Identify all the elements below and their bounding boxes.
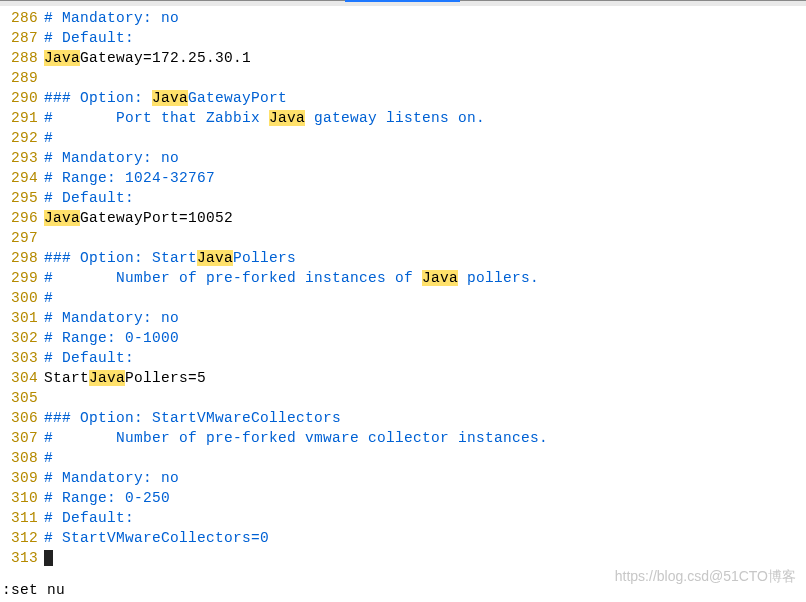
line-number: 304 bbox=[0, 368, 44, 388]
code-line[interactable]: 287# Default: bbox=[0, 28, 806, 48]
code-content[interactable]: # Default: bbox=[44, 28, 806, 48]
line-number: 297 bbox=[0, 228, 44, 248]
code-line[interactable]: 309# Mandatory: no bbox=[0, 468, 806, 488]
code-line[interactable]: 296JavaGatewayPort=10052 bbox=[0, 208, 806, 228]
code-line[interactable]: 292# bbox=[0, 128, 806, 148]
code-content[interactable]: ### Option: JavaGatewayPort bbox=[44, 88, 806, 108]
code-line[interactable]: 303# Default: bbox=[0, 348, 806, 368]
search-highlight: Java bbox=[152, 90, 188, 106]
code-content[interactable]: StartJavaPollers=5 bbox=[44, 368, 806, 388]
code-line[interactable]: 304StartJavaPollers=5 bbox=[0, 368, 806, 388]
line-number: 292 bbox=[0, 128, 44, 148]
code-editor[interactable]: 286# Mandatory: no287# Default:288JavaGa… bbox=[0, 6, 806, 568]
text-cursor bbox=[44, 550, 53, 566]
search-highlight: Java bbox=[269, 110, 305, 126]
line-number: 286 bbox=[0, 8, 44, 28]
search-highlight: Java bbox=[44, 210, 80, 226]
line-number: 311 bbox=[0, 508, 44, 528]
code-content[interactable]: ### Option: StartJavaPollers bbox=[44, 248, 806, 268]
code-content[interactable]: ### Option: StartVMwareCollectors bbox=[44, 408, 806, 428]
code-content[interactable]: # Mandatory: no bbox=[44, 8, 806, 28]
code-line[interactable]: 301# Mandatory: no bbox=[0, 308, 806, 328]
code-content[interactable]: # Default: bbox=[44, 348, 806, 368]
code-content[interactable]: # Default: bbox=[44, 188, 806, 208]
code-content[interactable]: # Mandatory: no bbox=[44, 308, 806, 328]
code-line[interactable]: 308# bbox=[0, 448, 806, 468]
line-number: 302 bbox=[0, 328, 44, 348]
search-highlight: Java bbox=[197, 250, 233, 266]
code-content[interactable] bbox=[44, 548, 806, 568]
line-number: 305 bbox=[0, 388, 44, 408]
code-content[interactable]: # Range: 0-250 bbox=[44, 488, 806, 508]
watermark-text: https://blog.csd@51CTO博客 bbox=[615, 568, 796, 586]
code-content[interactable]: JavaGateway=172.25.30.1 bbox=[44, 48, 806, 68]
code-line[interactable]: 291# Port that Zabbix Java gateway liste… bbox=[0, 108, 806, 128]
code-content[interactable]: # bbox=[44, 288, 806, 308]
code-line[interactable]: 286# Mandatory: no bbox=[0, 8, 806, 28]
search-highlight: Java bbox=[422, 270, 458, 286]
code-line[interactable]: 288JavaGateway=172.25.30.1 bbox=[0, 48, 806, 68]
code-content[interactable]: # Range: 0-1000 bbox=[44, 328, 806, 348]
line-number: 313 bbox=[0, 548, 44, 568]
line-number: 296 bbox=[0, 208, 44, 228]
code-line[interactable]: 294# Range: 1024-32767 bbox=[0, 168, 806, 188]
line-number: 308 bbox=[0, 448, 44, 468]
code-line[interactable]: 307# Number of pre-forked vmware collect… bbox=[0, 428, 806, 448]
code-content[interactable] bbox=[44, 228, 806, 248]
code-content[interactable]: # StartVMwareCollectors=0 bbox=[44, 528, 806, 548]
line-number: 310 bbox=[0, 488, 44, 508]
code-line[interactable]: 293# Mandatory: no bbox=[0, 148, 806, 168]
code-line[interactable]: 312# StartVMwareCollectors=0 bbox=[0, 528, 806, 548]
code-line[interactable]: 300# bbox=[0, 288, 806, 308]
code-line[interactable]: 295# Default: bbox=[0, 188, 806, 208]
code-line[interactable]: 290### Option: JavaGatewayPort bbox=[0, 88, 806, 108]
line-number: 293 bbox=[0, 148, 44, 168]
search-highlight: Java bbox=[44, 50, 80, 66]
code-content[interactable]: # Port that Zabbix Java gateway listens … bbox=[44, 108, 806, 128]
code-content[interactable]: # Number of pre-forked vmware collector … bbox=[44, 428, 806, 448]
code-content[interactable] bbox=[44, 388, 806, 408]
line-number: 300 bbox=[0, 288, 44, 308]
search-highlight: Java bbox=[89, 370, 125, 386]
line-number: 289 bbox=[0, 68, 44, 88]
code-line[interactable]: 310# Range: 0-250 bbox=[0, 488, 806, 508]
code-line[interactable]: 297 bbox=[0, 228, 806, 248]
line-number: 290 bbox=[0, 88, 44, 108]
line-number: 288 bbox=[0, 48, 44, 68]
code-line[interactable]: 306### Option: StartVMwareCollectors bbox=[0, 408, 806, 428]
code-content[interactable]: # Range: 1024-32767 bbox=[44, 168, 806, 188]
code-content[interactable]: JavaGatewayPort=10052 bbox=[44, 208, 806, 228]
line-number: 303 bbox=[0, 348, 44, 368]
line-number: 287 bbox=[0, 28, 44, 48]
code-content[interactable]: # Mandatory: no bbox=[44, 468, 806, 488]
code-line[interactable]: 313 bbox=[0, 548, 806, 568]
code-content[interactable]: # Default: bbox=[44, 508, 806, 528]
code-content[interactable]: # Number of pre-forked instances of Java… bbox=[44, 268, 806, 288]
code-content[interactable]: # bbox=[44, 128, 806, 148]
line-number: 295 bbox=[0, 188, 44, 208]
code-line[interactable]: 299# Number of pre-forked instances of J… bbox=[0, 268, 806, 288]
code-content[interactable] bbox=[44, 68, 806, 88]
line-number: 299 bbox=[0, 268, 44, 288]
line-number: 301 bbox=[0, 308, 44, 328]
line-number: 307 bbox=[0, 428, 44, 448]
line-number: 306 bbox=[0, 408, 44, 428]
code-line[interactable]: 302# Range: 0-1000 bbox=[0, 328, 806, 348]
line-number: 309 bbox=[0, 468, 44, 488]
line-number: 298 bbox=[0, 248, 44, 268]
code-line[interactable]: 311# Default: bbox=[0, 508, 806, 528]
code-line[interactable]: 289 bbox=[0, 68, 806, 88]
line-number: 294 bbox=[0, 168, 44, 188]
line-number: 291 bbox=[0, 108, 44, 128]
line-number: 312 bbox=[0, 528, 44, 548]
code-line[interactable]: 305 bbox=[0, 388, 806, 408]
code-line[interactable]: 298### Option: StartJavaPollers bbox=[0, 248, 806, 268]
code-content[interactable]: # Mandatory: no bbox=[44, 148, 806, 168]
vim-command-line[interactable]: :set nu bbox=[2, 582, 65, 598]
code-content[interactable]: # bbox=[44, 448, 806, 468]
editor-tab-bar bbox=[0, 0, 806, 6]
